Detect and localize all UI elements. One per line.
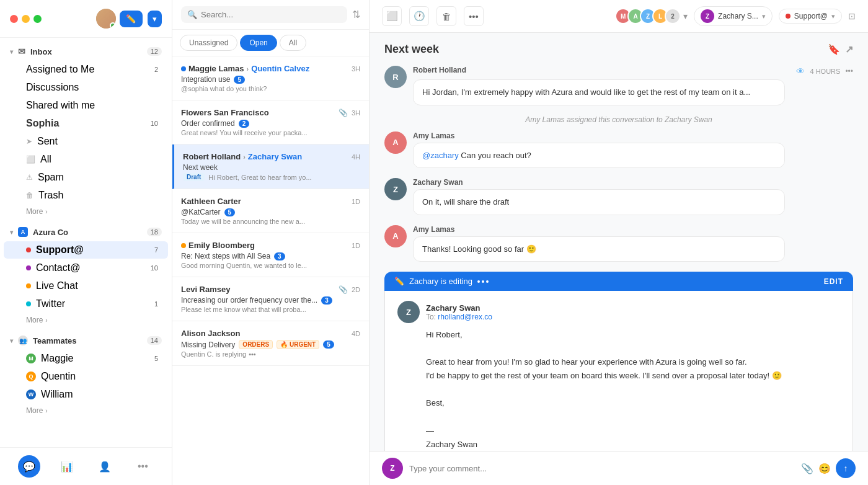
bookmark-button[interactable]: 🔖 bbox=[828, 43, 840, 55]
message-item: A Amy Lamas Thanks! Looking good so far … bbox=[384, 225, 853, 262]
list-item[interactable]: Flowers San Francisco 📎 3H Order confirm… bbox=[172, 100, 369, 145]
traffic-light-yellow[interactable] bbox=[22, 15, 30, 23]
sidebar-item-sophia[interactable]: Sophia 10 bbox=[4, 115, 168, 132]
tab-open[interactable]: Open bbox=[240, 35, 277, 51]
sidebar-item-contact[interactable]: Contact@ 10 bbox=[4, 259, 168, 277]
azura-count: 18 bbox=[147, 228, 162, 236]
sidebar-item-all[interactable]: ⬜ All bbox=[4, 151, 168, 168]
conv-from: Kathleen Carter bbox=[181, 197, 241, 206]
teammates-section-header[interactable]: ▾ 👥 Teammates 14 bbox=[0, 332, 172, 349]
compose-area: Z Zachary Swan To: rholland@rex.co Hi Ro… bbox=[384, 291, 853, 451]
more-options-button[interactable]: ••• bbox=[131, 455, 154, 478]
list-item[interactable]: Emily Bloomberg 1D Re: Next steps with A… bbox=[172, 233, 369, 277]
quentin-avatar: Q bbox=[26, 372, 36, 381]
sidebar-item-maggie[interactable]: M Maggie 5 bbox=[4, 350, 168, 367]
edit-button[interactable]: EDIT bbox=[824, 277, 843, 286]
support-button[interactable]: Support@ ▾ bbox=[779, 9, 842, 24]
avatar[interactable] bbox=[96, 9, 116, 29]
list-item[interactable]: Kathleen Carter 1D @KatCarter 5 Today we… bbox=[172, 189, 369, 233]
traffic-light-red[interactable] bbox=[10, 15, 18, 23]
amy-avatar: A bbox=[384, 131, 407, 154]
reply-input[interactable] bbox=[409, 464, 795, 473]
analytics-button[interactable]: 📊 bbox=[56, 455, 78, 478]
conv-from: Levi Ramsey bbox=[181, 285, 231, 294]
traffic-light-green[interactable] bbox=[33, 15, 42, 23]
conv-preview: Today we will be announcing the new a... bbox=[181, 218, 360, 225]
list-item[interactable]: Robert Holland › Zachary Swan 4H Next we… bbox=[172, 145, 369, 189]
inbox-more[interactable]: More › bbox=[4, 205, 168, 218]
message-time: 4 HOURS bbox=[810, 68, 840, 75]
conv-from: Alison Jackson bbox=[181, 329, 240, 338]
sidebar-item-trash[interactable]: 🗑 Trash bbox=[4, 187, 168, 204]
sidebar-item-william[interactable]: W William bbox=[4, 386, 168, 403]
teammates-more[interactable]: More › bbox=[4, 404, 168, 417]
urgent-tag: 🔥 URGENT bbox=[277, 340, 319, 349]
expand-icon[interactable]: ⊡ bbox=[848, 11, 856, 21]
compose-to: To: rholland@rex.co bbox=[426, 313, 492, 321]
inbox-count: 12 bbox=[147, 47, 162, 56]
filter-icon[interactable]: ⇅ bbox=[352, 9, 360, 20]
sidebar-item-assigned-to-me[interactable]: Assigned to Me 2 bbox=[4, 61, 168, 78]
sidebar-item-spam[interactable]: ⚠ Spam bbox=[4, 169, 168, 186]
sidebar-item-discussions[interactable]: Discussions bbox=[4, 79, 168, 96]
sidebar-item-label: Trash bbox=[38, 190, 63, 201]
sophia-count: 10 bbox=[151, 120, 158, 127]
sidebar-item-shared[interactable]: Shared with me bbox=[4, 97, 168, 114]
more-button[interactable]: ••• bbox=[464, 6, 484, 26]
sidebar-item-twitter[interactable]: Twitter 1 bbox=[4, 295, 168, 313]
compose-button[interactable]: ✏️ bbox=[120, 11, 143, 27]
list-item[interactable]: Levi Ramsey 📎 2D Increasing our order fr… bbox=[172, 277, 369, 321]
conv-time: 4D bbox=[352, 330, 360, 337]
tab-unassigned[interactable]: Unassigned bbox=[180, 35, 237, 51]
avatar-stack-chevron[interactable]: ▾ bbox=[683, 11, 688, 21]
right-header: ⬜ 🕐 🗑 ••• M A Z L 2 ▾ Z Zachar bbox=[370, 0, 868, 33]
chevron-right-icon: › bbox=[45, 208, 47, 215]
clock-button[interactable]: 🕐 bbox=[409, 6, 429, 26]
delete-button[interactable]: 🗑 bbox=[436, 6, 456, 26]
inbox-section-header[interactable]: ▾ ✉ Inbox 12 bbox=[0, 43, 172, 60]
message-item: R Robert Holland 👁 4 HOURS ••• Hi Jordan… bbox=[384, 66, 853, 105]
william-avatar: W bbox=[26, 389, 36, 399]
teammates-section: ▾ 👥 Teammates 14 M Maggie 5 Q Quentin bbox=[0, 332, 172, 417]
list-item[interactable]: Alison Jackson 4D Missing Delivery ORDER… bbox=[172, 321, 369, 366]
teammates-label: Teammates bbox=[33, 336, 77, 345]
assignee-button[interactable]: Z Zachary S... ▾ bbox=[694, 6, 773, 26]
send-button[interactable]: ↑ bbox=[836, 458, 856, 478]
more-label: More bbox=[26, 316, 43, 324]
compose-body[interactable]: Hi Robert, Great to hear from you! I'm s… bbox=[397, 328, 840, 451]
share-button[interactable]: ↗ bbox=[845, 43, 853, 55]
conv-time: 1D bbox=[352, 198, 360, 205]
chevron-right-icon: › bbox=[45, 317, 47, 324]
trash-icon: 🗑 bbox=[26, 191, 33, 200]
tab-all[interactable]: All bbox=[280, 35, 306, 51]
body-line-8: — bbox=[426, 424, 840, 438]
conv-time: 3H bbox=[352, 65, 360, 73]
azura-more[interactable]: More › bbox=[4, 313, 168, 327]
compose-dropdown-button[interactable]: ▾ bbox=[148, 11, 162, 27]
conv-badge: 3 bbox=[321, 296, 332, 305]
conv-badge: 2 bbox=[239, 120, 250, 128]
send-icon: ↑ bbox=[844, 463, 848, 473]
contacts-button[interactable]: 👤 bbox=[94, 455, 116, 478]
message-more-button[interactable]: ••• bbox=[845, 67, 853, 76]
sidebar-item-sent[interactable]: ➤ Sent bbox=[4, 133, 168, 150]
sidebar-item-livechat[interactable]: Live Chat bbox=[4, 277, 168, 295]
sidebar-item-quentin[interactable]: Q Quentin bbox=[4, 368, 168, 385]
more-label: More bbox=[26, 207, 43, 216]
inbox-section: ▾ ✉ Inbox 12 Assigned to Me 2 Discussion… bbox=[0, 43, 172, 218]
quentin-replying-text: Quentin C. is replying bbox=[181, 350, 246, 358]
sidebar-item-label: William bbox=[41, 389, 73, 400]
snooze-button[interactable]: ⬜ bbox=[382, 6, 402, 26]
chat-button[interactable]: 💬 bbox=[18, 455, 40, 478]
twitter-count: 1 bbox=[154, 300, 158, 308]
azura-section-header[interactable]: ▾ A Azura Co 18 bbox=[0, 223, 172, 241]
emoji-button[interactable]: 😊 bbox=[818, 463, 831, 474]
sidebar-item-support[interactable]: Support@ 7 bbox=[4, 241, 168, 259]
message-body: Can you reach out? bbox=[461, 151, 531, 160]
list-item[interactable]: Maggie Lamas › Quentin Calvez 3H Integra… bbox=[172, 56, 369, 100]
search-input[interactable] bbox=[201, 10, 341, 19]
mention-tag: @zachary bbox=[422, 151, 459, 160]
attachment-button[interactable]: 📎 bbox=[801, 463, 813, 474]
orders-tag: ORDERS bbox=[239, 340, 273, 349]
support-status-dot bbox=[786, 14, 790, 19]
